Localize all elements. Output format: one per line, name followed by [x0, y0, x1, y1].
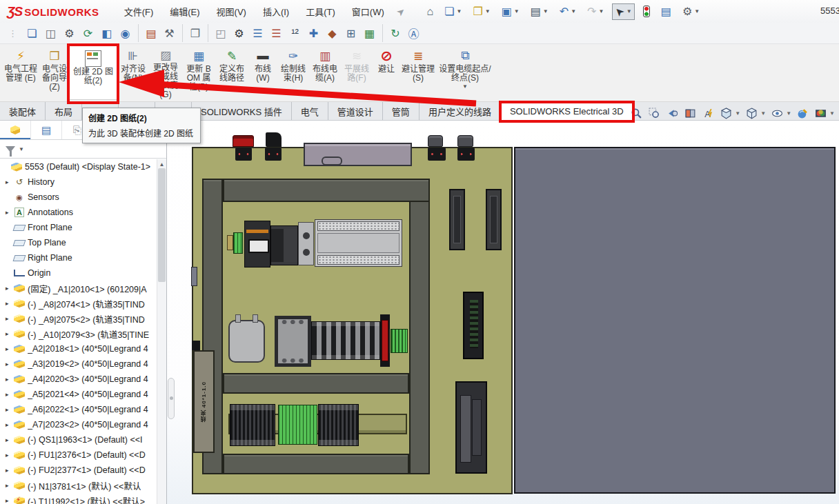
cabinet-icon[interactable]: ◰: [208, 24, 230, 42]
change-rail-length-button[interactable]: 更改导轨或线槽长度(G) ▼: [149, 46, 182, 100]
cable-clamp[interactable]: [428, 148, 446, 161]
ribbon-tab[interactable]: 管筒: [383, 102, 420, 120]
filter-funnel-icon[interactable]: [6, 146, 15, 152]
catalog-book-icon[interactable]: ◆: [323, 24, 342, 42]
ribbon-tab[interactable]: 电气: [292, 102, 328, 120]
din-rail-end[interactable]: [227, 235, 233, 250]
define-route-path-button[interactable]: 定义布线路径 ▼: [215, 46, 248, 100]
terminal-strip[interactable]: [318, 404, 359, 446]
mounting-bracket[interactable]: [298, 222, 314, 265]
menu-item[interactable]: 工具(T): [297, 0, 344, 23]
wire-duct-horizontal-bottom[interactable]: [223, 454, 409, 474]
expand-arrow-icon[interactable]: ▸: [6, 285, 14, 292]
expand-arrow-icon[interactable]: ▸: [6, 315, 14, 322]
flatten-route-button[interactable]: 平展线路(F) ▼: [341, 46, 373, 100]
section-view-icon[interactable]: [684, 107, 697, 120]
display-style-icon[interactable]: [745, 107, 758, 120]
tree-item[interactable]: ▸ (-) N1|3781<1> (默认) <<默认: [0, 478, 157, 493]
zoom-fit-icon[interactable]: [630, 107, 643, 120]
cable-clamp[interactable]: [235, 148, 252, 161]
expand-arrow-icon[interactable]: ▸: [6, 376, 14, 383]
junction-box[interactable]: [228, 320, 265, 363]
performance-traffic-light-icon[interactable]: ▼: [640, 3, 653, 19]
collaboration-icon[interactable]: ◉: [116, 24, 135, 42]
select-cursor-icon[interactable]: ➤ ▼: [612, 3, 634, 20]
colored-table-icon[interactable]: ▦: [360, 24, 379, 42]
tree-item[interactable]: ▸ _A6|2022<1> (40*50|Legrand 4: [0, 402, 157, 417]
open-icon[interactable]: ❐ ▼: [470, 3, 493, 20]
pin-menu-icon[interactable]: ➤: [394, 5, 407, 19]
electrical-manager-button[interactable]: 电气工程管理 (E) ▼: [1, 46, 40, 100]
align-devices-button[interactable]: 对齐设备(N) ▼: [117, 46, 149, 100]
tree-scroll-thumb[interactable]: [158, 168, 166, 282]
wire-duct-horizontal-top[interactable]: [223, 179, 430, 202]
ribbon-tab[interactable]: 用户定义的线路: [420, 102, 501, 120]
tree-item[interactable]: ▸ (-) FU1|2376<1> (Default) <<D: [0, 447, 157, 463]
tree-item[interactable]: ▸ Origin: [0, 265, 157, 281]
expand-arrow-icon[interactable]: ▸: [6, 497, 14, 504]
menu-item[interactable]: 插入(I): [255, 0, 297, 23]
menu-item[interactable]: 文件(F): [116, 0, 162, 23]
new-document-icon[interactable]: ❏ ▼: [442, 3, 464, 20]
colored-rails-icon[interactable]: ☰: [267, 24, 286, 42]
ribbon-tab[interactable]: 布局: [46, 102, 82, 120]
update-data-icon[interactable]: ⟳: [79, 24, 97, 42]
view-orientation-icon[interactable]: [720, 107, 733, 120]
tree-item[interactable]: ▸ _A7|2023<2> (40*50|Legrand 4: [0, 417, 157, 432]
tree-item[interactable]: ▸ Top Plane: [0, 235, 157, 250]
save-icon[interactable]: ▣ ▼: [499, 3, 522, 20]
avoid-manager-button[interactable]: 避让管理(S) ▼: [400, 46, 436, 100]
hide-show-items-icon[interactable]: [771, 107, 784, 120]
properties-window-icon[interactable]: ◫: [41, 24, 60, 42]
top-black-component[interactable]: [266, 132, 282, 147]
avoid-button[interactable]: 避让 ▼: [373, 46, 400, 100]
toolbox-icon[interactable]: ⚒: [160, 24, 179, 42]
top-cylinder[interactable]: [428, 135, 443, 147]
expand-arrow-icon[interactable]: ▸: [6, 345, 14, 352]
expand-arrow-icon[interactable]: ▸: [6, 406, 14, 413]
home-icon[interactable]: ⌂ ▼: [424, 3, 436, 20]
label-mount[interactable]: [192, 341, 200, 350]
update-bom-button[interactable]: 更新 BOM 属性(B) ▼: [182, 46, 215, 100]
panel-splitter-handle[interactable]: [168, 378, 175, 419]
expand-arrow-icon[interactable]: ▸: [6, 361, 14, 367]
cable-clamp[interactable]: [265, 148, 282, 161]
tree-scrollbar[interactable]: ▲: [157, 159, 166, 504]
expand-arrow-icon[interactable]: ▸: [6, 300, 14, 307]
create-2d-drawing-button[interactable]: 创建 2D 图纸(2) ▼: [69, 46, 117, 100]
annotation-visibility-icon[interactable]: A: [702, 107, 715, 120]
contactor-block[interactable]: [275, 316, 311, 367]
apply-scene-icon[interactable]: [814, 107, 827, 120]
tab-property-manager[interactable]: ▤: [31, 121, 62, 139]
options-gear-icon[interactable]: ⚙ ▼: [680, 3, 702, 20]
menu-item[interactable]: 编辑(E): [161, 0, 208, 23]
tree-item[interactable]: ▸ (-) T1|1992<1> (默认) <<默认>: [0, 493, 157, 504]
panel-edge-hinge[interactable]: [191, 267, 197, 286]
tree-item[interactable]: ▸ Front Plane: [0, 220, 157, 235]
graphics-viewport[interactable]: 线夹 40*1-1.0: [167, 121, 839, 504]
electrical-project-icon[interactable]: ❏: [23, 24, 41, 42]
hide-show-caret[interactable]: ▼: [786, 110, 791, 117]
view-orientation-caret[interactable]: ▼: [735, 110, 740, 117]
mushroom-button[interactable]: [233, 135, 254, 147]
expand-arrow-icon[interactable]: ▸: [6, 452, 14, 458]
breaker-modules[interactable]: [270, 225, 298, 265]
tree-item[interactable]: ▸ (-) _A9|2075<2> (轨道35|TIND: [0, 311, 157, 326]
cable-clamp[interactable]: [457, 148, 475, 161]
rails-icon[interactable]: ☰: [248, 24, 267, 42]
wire-duct-vertical-right[interactable]: [409, 179, 430, 474]
numbering-icon[interactable]: ¹²: [286, 24, 304, 42]
edit-appearance-icon[interactable]: [796, 107, 809, 120]
drive-module[interactable]: [486, 189, 502, 250]
tree-item[interactable]: ▸ _A5|2021<4> (40*50|Legrand 4: [0, 387, 157, 402]
servo-drive[interactable]: [455, 381, 487, 474]
tree-item[interactable]: ▸ 5553 (Default) <Display State-1>: [0, 159, 157, 174]
expand-arrow-icon[interactable]: ▸: [6, 421, 14, 428]
tab-feature-tree[interactable]: [0, 121, 31, 139]
tree-item[interactable]: ▸ _A3|2019<2> (40*50|Legrand 4: [0, 356, 157, 372]
tree-item[interactable]: ▸ Sensors: [0, 190, 157, 205]
zoom-area-icon[interactable]: [648, 107, 661, 120]
expand-arrow-icon[interactable]: ▸: [6, 436, 14, 443]
top-cylinder[interactable]: [457, 135, 473, 147]
redo-icon[interactable]: ↷ ▼: [584, 3, 606, 20]
